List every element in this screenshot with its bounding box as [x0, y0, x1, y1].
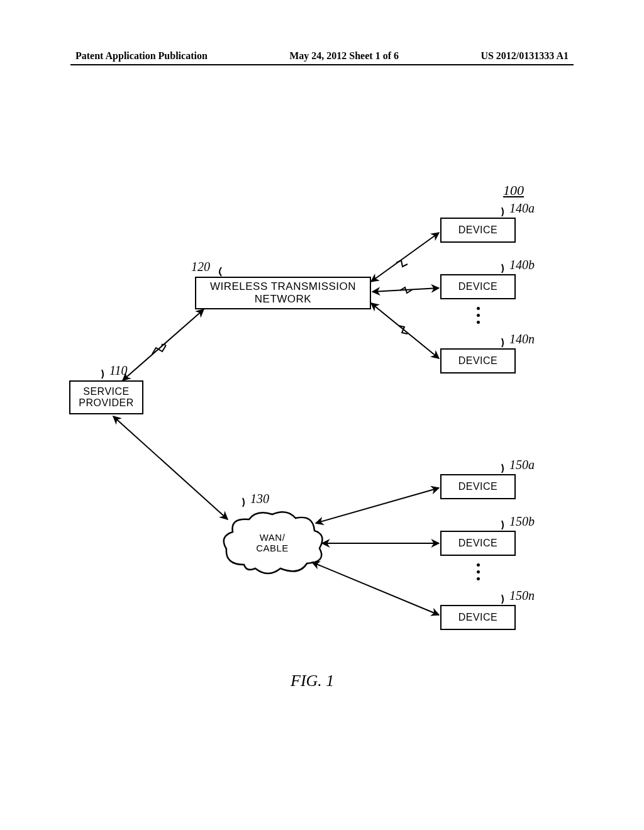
ref-tick-icon [501, 337, 512, 348]
vertical-ellipsis-icon [477, 307, 480, 324]
device-ref-150b: 150b [509, 514, 535, 529]
ref-tick-icon [242, 497, 253, 508]
svg-line-1 [113, 416, 228, 519]
ref-tick-icon [501, 519, 512, 531]
device-ref-140b: 140b [509, 258, 535, 272]
header-divider [70, 64, 574, 65]
svg-line-5 [316, 488, 439, 523]
device-box-wan: DEVICE [440, 531, 516, 556]
device-box-wan: DEVICE [440, 605, 516, 630]
wan-cable-label: WAN/ CABLE [246, 532, 299, 553]
system-reference-number: 100 [503, 182, 524, 199]
device-ref-140n: 140n [509, 332, 535, 346]
ref-tick-icon [501, 594, 512, 605]
device-box-wireless: DEVICE [440, 218, 516, 243]
vertical-ellipsis-icon [477, 563, 480, 580]
header-right: US 2012/0131333 A1 [480, 50, 569, 62]
device-ref-140a: 140a [509, 201, 535, 216]
device-box-wan: DEVICE [440, 474, 516, 499]
header-center: May 24, 2012 Sheet 1 of 6 [289, 50, 399, 62]
ref-tick-icon [101, 368, 112, 380]
page-header: Patent Application Publication May 24, 2… [0, 50, 644, 62]
device-ref-150a: 150a [509, 458, 535, 472]
service-provider-ref: 110 [109, 363, 128, 378]
wan-cable-cloud: WAN/ CABLE [219, 508, 326, 577]
device-box-wireless: DEVICE [440, 348, 516, 374]
device-box-wireless: DEVICE [440, 274, 516, 299]
ref-tick-icon [211, 266, 223, 277]
service-provider-box: SERVICE PROVIDER [69, 380, 143, 414]
svg-line-3 [372, 288, 439, 292]
wireless-network-ref: 120 [191, 260, 210, 274]
svg-line-7 [312, 562, 439, 615]
ref-tick-icon [501, 263, 512, 274]
ref-tick-icon [501, 463, 512, 474]
wireless-network-box: WIRELESS TRANSMISSION NETWORK [195, 277, 371, 309]
wan-cable-ref: 130 [250, 492, 269, 506]
device-ref-150n: 150n [509, 589, 535, 603]
figure-diagram: 100 SERVICE PROVIDER 110 WIRELESS TRANSM… [69, 170, 575, 660]
svg-line-2 [371, 233, 439, 282]
connection-arrows [69, 170, 575, 660]
header-left: Patent Application Publication [75, 50, 208, 62]
ref-tick-icon [501, 206, 512, 218]
figure-caption: FIG. 1 [291, 672, 334, 690]
svg-line-4 [371, 303, 439, 358]
svg-line-0 [123, 309, 204, 380]
